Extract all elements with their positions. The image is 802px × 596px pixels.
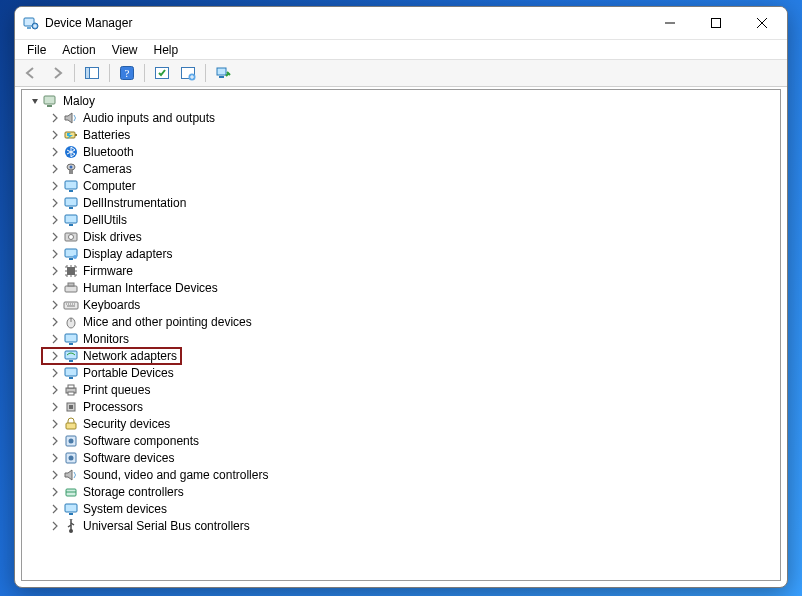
tree-node[interactable]: Print queues bbox=[22, 381, 780, 398]
help-button[interactable]: ? bbox=[115, 62, 139, 84]
close-button[interactable] bbox=[739, 7, 785, 39]
forward-button[interactable] bbox=[45, 62, 69, 84]
disk-icon bbox=[63, 229, 79, 245]
tree-node[interactable]: Portable Devices bbox=[22, 364, 780, 381]
tree-node[interactable]: Security devices bbox=[22, 415, 780, 432]
chevron-right-icon[interactable] bbox=[48, 298, 62, 312]
tree-node[interactable]: Universal Serial Bus controllers bbox=[22, 517, 780, 534]
menu-file[interactable]: File bbox=[19, 42, 54, 58]
tree-node-label: Bluetooth bbox=[83, 145, 134, 159]
chevron-right-icon[interactable] bbox=[48, 162, 62, 176]
tree-node[interactable]: Monitors bbox=[22, 330, 780, 347]
device-tree: MaloyAudio inputs and outputsBatteriesBl… bbox=[22, 90, 780, 542]
tree-node[interactable]: Sound, video and game controllers bbox=[22, 466, 780, 483]
tree-node[interactable]: Software devices bbox=[22, 449, 780, 466]
tree-node-label: Computer bbox=[83, 179, 136, 193]
tree-node[interactable]: Human Interface Devices bbox=[22, 279, 780, 296]
tree-node-label: Print queues bbox=[83, 383, 150, 397]
chevron-right-icon[interactable] bbox=[48, 281, 62, 295]
tree-node[interactable]: DellUtils bbox=[22, 211, 780, 228]
svg-point-52 bbox=[69, 455, 74, 460]
tree-node[interactable]: Firmware bbox=[22, 262, 780, 279]
tree-node[interactable]: Computer bbox=[22, 177, 780, 194]
chevron-right-icon[interactable] bbox=[48, 366, 62, 380]
svg-rect-38 bbox=[69, 343, 73, 345]
chevron-right-icon[interactable] bbox=[48, 264, 62, 278]
toolbar: ? bbox=[15, 59, 787, 87]
chevron-right-icon[interactable] bbox=[48, 128, 62, 142]
chevron-right-icon[interactable] bbox=[48, 502, 62, 516]
tree-node-label: Portable Devices bbox=[83, 366, 174, 380]
menu-help[interactable]: Help bbox=[146, 42, 187, 58]
printer-icon bbox=[63, 382, 79, 398]
chevron-right-icon[interactable] bbox=[48, 179, 62, 193]
tree-node[interactable]: Batteries bbox=[22, 126, 780, 143]
menu-action[interactable]: Action bbox=[54, 42, 103, 58]
toolbar-separator bbox=[109, 64, 110, 82]
svg-point-56 bbox=[69, 529, 73, 533]
tree-scroll[interactable]: MaloyAudio inputs and outputsBatteriesBl… bbox=[22, 90, 780, 580]
chevron-right-icon[interactable] bbox=[48, 196, 62, 210]
tree-root[interactable]: Maloy bbox=[22, 92, 780, 109]
chevron-right-icon[interactable] bbox=[48, 400, 62, 414]
chevron-right-icon[interactable] bbox=[48, 213, 62, 227]
back-button[interactable] bbox=[19, 62, 43, 84]
add-hardware-button[interactable] bbox=[176, 62, 200, 84]
svg-rect-3 bbox=[712, 19, 721, 28]
chevron-right-icon[interactable] bbox=[48, 111, 62, 125]
title-bar: Device Manager bbox=[15, 7, 787, 39]
svg-rect-54 bbox=[65, 504, 77, 512]
tree-node-label: Storage controllers bbox=[83, 485, 184, 499]
maximize-button[interactable] bbox=[693, 7, 739, 39]
tree-node[interactable]: DellInstrumentation bbox=[22, 194, 780, 211]
tree-node[interactable]: Software components bbox=[22, 432, 780, 449]
chevron-right-icon[interactable] bbox=[48, 230, 62, 244]
monitor-icon bbox=[63, 365, 79, 381]
speaker-icon bbox=[63, 467, 79, 483]
chevron-right-icon[interactable] bbox=[48, 145, 62, 159]
svg-rect-40 bbox=[69, 360, 73, 362]
chevron-right-icon[interactable] bbox=[48, 485, 62, 499]
chevron-right-icon[interactable] bbox=[48, 434, 62, 448]
tree-node[interactable]: Mice and other pointing devices bbox=[22, 313, 780, 330]
tree-node[interactable]: Display adapters bbox=[22, 245, 780, 262]
chevron-right-icon[interactable] bbox=[48, 468, 62, 482]
devices-view-button[interactable] bbox=[211, 62, 235, 84]
svg-rect-24 bbox=[69, 207, 73, 209]
tree-node-label: Software devices bbox=[83, 451, 174, 465]
tree-node[interactable]: System devices bbox=[22, 500, 780, 517]
chevron-right-icon[interactable] bbox=[48, 451, 62, 465]
chevron-right-icon[interactable] bbox=[48, 247, 62, 261]
tree-node-label: Display adapters bbox=[83, 247, 172, 261]
scan-hardware-button[interactable] bbox=[150, 62, 174, 84]
show-hide-tree-button[interactable] bbox=[80, 62, 104, 84]
chevron-right-icon[interactable] bbox=[48, 519, 62, 533]
svg-rect-47 bbox=[69, 405, 73, 409]
svg-point-50 bbox=[69, 438, 74, 443]
chevron-right-icon[interactable] bbox=[48, 332, 62, 346]
chevron-down-icon[interactable] bbox=[28, 94, 42, 108]
svg-rect-20 bbox=[69, 170, 73, 174]
minimize-button[interactable] bbox=[647, 7, 693, 39]
monitor-icon bbox=[63, 178, 79, 194]
tree-node[interactable]: Cameras bbox=[22, 160, 780, 177]
tree-node[interactable]: Disk drives bbox=[22, 228, 780, 245]
chevron-right-icon[interactable] bbox=[48, 417, 62, 431]
svg-rect-25 bbox=[65, 215, 77, 223]
tree-node[interactable]: Audio inputs and outputs bbox=[22, 109, 780, 126]
tree-node[interactable]: Processors bbox=[22, 398, 780, 415]
chevron-right-icon[interactable] bbox=[48, 349, 62, 363]
battery-icon bbox=[63, 127, 79, 143]
tree-node[interactable]: Network adapters bbox=[22, 347, 780, 364]
tree-node[interactable]: Storage controllers bbox=[22, 483, 780, 500]
tree-node[interactable]: Keyboards bbox=[22, 296, 780, 313]
chevron-right-icon[interactable] bbox=[48, 315, 62, 329]
svg-point-31 bbox=[73, 255, 77, 259]
monitor-icon bbox=[63, 212, 79, 228]
chevron-right-icon[interactable] bbox=[48, 383, 62, 397]
svg-rect-41 bbox=[65, 368, 77, 376]
svg-rect-45 bbox=[68, 392, 74, 395]
bluetooth-icon bbox=[63, 144, 79, 160]
tree-node[interactable]: Bluetooth bbox=[22, 143, 780, 160]
menu-view[interactable]: View bbox=[104, 42, 146, 58]
